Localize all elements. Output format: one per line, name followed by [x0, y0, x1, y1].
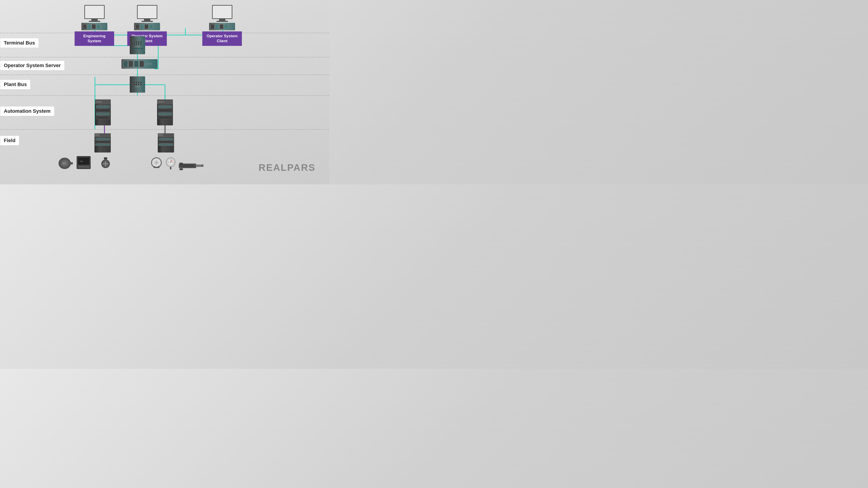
svg-rect-61 — [180, 168, 183, 170]
operator-monitor-1 — [137, 5, 157, 22]
svg-rect-32 — [78, 166, 81, 168]
svg-rect-41 — [104, 158, 107, 159]
field-module-left: SIMATICET 200S — [94, 133, 111, 153]
separator-automation — [0, 129, 329, 130]
terminal-bus-label: Terminal Bus — [0, 38, 39, 48]
svg-rect-35 — [86, 166, 89, 168]
separator-operator-server — [0, 74, 329, 75]
engineering-system-label: Engineering System — [74, 31, 114, 46]
svg-rect-34 — [84, 166, 86, 168]
motor-device: M — [58, 157, 73, 170]
automation-label: Automation System — [0, 106, 55, 116]
separator-plant-bus — [0, 95, 329, 96]
terminal-bus-switch: SIEMENS — [130, 36, 145, 54]
operator-monitor-2 — [212, 5, 232, 22]
plant-bus-switch: SIEMENS — [130, 76, 145, 93]
valve-device — [99, 157, 112, 170]
flow-transmitter — [149, 156, 164, 171]
plant-bus-label: Plant Bus — [0, 79, 31, 90]
operator-client-2-group: Operator SystemClient — [202, 5, 242, 46]
svg-rect-60 — [180, 163, 183, 164]
operator-client-2-label: Operator SystemClient — [202, 31, 242, 46]
pressure-sensor — [165, 156, 176, 171]
svg-rect-57 — [180, 164, 194, 167]
engineering-system-group: Engineering System — [74, 5, 114, 46]
svg-text:M: M — [63, 163, 64, 165]
svg-point-55 — [170, 162, 171, 163]
operator-system-server: SIEMENS — [121, 59, 158, 69]
field-module-right: SIMATICET 200S — [158, 133, 174, 153]
svg-rect-26 — [70, 162, 73, 164]
linear-actuator — [179, 160, 204, 171]
automation-plc-right: SIEMENS — [157, 99, 173, 125]
automation-plc-left: SIEMENS — [95, 99, 111, 125]
operator-server-label: Operator System Server — [0, 61, 65, 70]
field-label: Field — [0, 135, 19, 145]
realpars-logo: REALPARS — [258, 162, 315, 173]
svg-point-59 — [202, 164, 204, 167]
vfd-device: VFD — [76, 156, 91, 170]
svg-rect-33 — [81, 166, 83, 168]
separator-terminal-bus — [0, 57, 329, 57]
engineering-monitor — [84, 5, 105, 22]
svg-text:VFD: VFD — [80, 161, 83, 162]
